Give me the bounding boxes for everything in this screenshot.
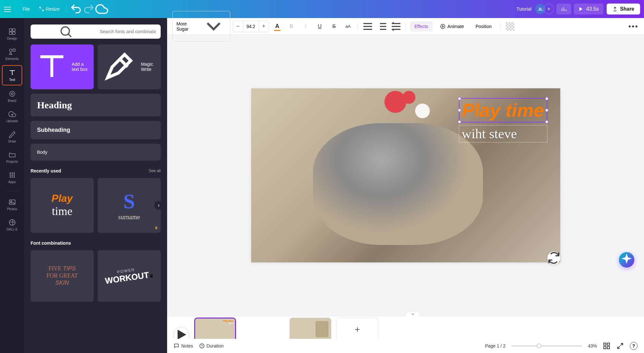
list-icon	[376, 21, 388, 32]
position-button[interactable]: Position	[471, 21, 496, 32]
duration-button[interactable]: Duration	[199, 343, 224, 349]
grid-view-button[interactable]	[603, 342, 611, 350]
sparkle-icon	[619, 252, 634, 268]
sidenav-projects[interactable]: Projects	[0, 147, 24, 167]
add-page-button[interactable]: +	[336, 318, 378, 341]
premium-icon: ♛	[155, 226, 158, 230]
thumb-surname-text: surname	[118, 213, 140, 221]
cloud-sync-button[interactable]	[95, 3, 108, 15]
alignment-button[interactable]	[362, 21, 374, 32]
animate-icon	[440, 24, 446, 29]
mini-play-text: Play time	[223, 320, 233, 322]
resize-button[interactable]: Resize	[34, 4, 64, 14]
undo-icon	[70, 3, 82, 15]
svg-point-27	[636, 25, 638, 27]
undo-button[interactable]	[70, 3, 82, 15]
font-combo-1[interactable]: FIVE TIPSFOR GREATSKIN	[31, 250, 94, 302]
play-time-text[interactable]: Play time	[459, 98, 547, 123]
body-style[interactable]: Body	[31, 144, 161, 161]
canvas[interactable]: Play time wiht steve	[251, 88, 560, 262]
add-collaborator-button[interactable]: +	[544, 4, 554, 14]
canvas-viewport[interactable]: Play time wiht steve	[167, 35, 644, 316]
recent-template-2[interactable]: S surname ♛	[98, 178, 161, 233]
zoom-slider[interactable]	[511, 345, 582, 347]
notes-button[interactable]: Notes	[174, 343, 193, 349]
redo-button[interactable]	[82, 3, 95, 15]
fullscreen-button[interactable]	[616, 342, 624, 350]
present-button[interactable]: 43.5s	[574, 4, 603, 15]
selection-handle[interactable]	[458, 109, 461, 112]
animate-button[interactable]: Animate	[435, 21, 469, 32]
hamburger-menu[interactable]	[4, 5, 12, 13]
share-icon	[612, 6, 618, 12]
zoom-percentage[interactable]: 43%	[588, 343, 597, 348]
magic-write-button[interactable]: Magic Write	[98, 44, 161, 89]
svg-point-10	[14, 172, 15, 174]
search-box[interactable]	[31, 25, 161, 39]
ai-assistant-button[interactable]	[619, 252, 634, 268]
notes-icon	[174, 343, 179, 349]
play-icon	[578, 6, 583, 12]
selection-handle[interactable]	[458, 97, 461, 100]
footer-bar: Notes Duration Page 1 / 2 43% ?	[167, 339, 644, 353]
expand-icon	[616, 342, 624, 350]
selection-handle[interactable]	[458, 120, 461, 123]
sidenav-design[interactable]: Design	[0, 24, 24, 44]
svg-rect-0	[9, 29, 12, 31]
recent-template-1[interactable]: Play time	[31, 178, 94, 233]
text-color-button[interactable]: A	[271, 21, 283, 32]
increase-size-button[interactable]: +	[259, 21, 269, 32]
subheading-style[interactable]: Subheading	[31, 121, 161, 139]
add-text-box-button[interactable]: Add a text box	[31, 44, 94, 89]
sidenav-text[interactable]: Text	[2, 65, 22, 85]
see-all-link[interactable]: See all	[149, 169, 161, 173]
decrease-size-button[interactable]: −	[233, 21, 243, 32]
collapse-timeline-button[interactable]	[406, 312, 420, 316]
font-combo-2[interactable]: POWER WORKOUT ♛	[98, 250, 161, 302]
photos-icon	[8, 198, 16, 206]
heading-style[interactable]: Heading	[31, 94, 161, 116]
design-icon	[8, 28, 16, 35]
wiht-steve-text[interactable]: wiht steve	[459, 125, 547, 142]
svg-point-12	[12, 174, 13, 176]
svg-rect-2	[9, 32, 12, 34]
file-menu[interactable]: File	[18, 4, 34, 14]
sidenav-dalle[interactable]: DALL·E	[0, 215, 24, 235]
italic-button[interactable]: I	[300, 21, 311, 32]
list-button[interactable]	[376, 21, 388, 32]
more-options-button[interactable]	[627, 21, 639, 32]
sidenav-photos[interactable]: Photos	[0, 194, 24, 215]
selection-handle[interactable]	[545, 120, 548, 123]
next-templates-button[interactable]: ›	[154, 201, 163, 210]
chart-icon	[561, 6, 567, 12]
sync-button[interactable]	[547, 251, 560, 264]
page-indicator: Page 1 / 2	[485, 343, 506, 348]
sidenav-uploads[interactable]: Uploads	[0, 106, 24, 127]
share-button[interactable]: Share	[607, 4, 640, 15]
selection-handle[interactable]	[545, 97, 548, 100]
document-title[interactable]: Tutorial	[516, 6, 531, 12]
svg-point-25	[629, 25, 631, 27]
sidenav-elements[interactable]: Elements	[0, 44, 24, 64]
uploads-icon	[8, 110, 16, 118]
spacing-button[interactable]	[390, 21, 402, 32]
selection-handle[interactable]	[545, 109, 548, 112]
effects-button[interactable]: Effects	[410, 21, 433, 32]
bold-button[interactable]: B	[286, 21, 297, 32]
underline-button[interactable]: U	[314, 21, 326, 32]
sidenav-draw[interactable]: Draw	[0, 127, 24, 147]
case-button[interactable]: aA	[342, 21, 354, 32]
transparency-button[interactable]	[504, 21, 516, 32]
sidenav-apps[interactable]: Apps	[0, 167, 24, 188]
svg-point-14	[10, 176, 11, 178]
font-size-input[interactable]	[243, 21, 259, 32]
strikethrough-button[interactable]: S	[328, 21, 340, 32]
search-input[interactable]	[100, 29, 156, 34]
insights-button[interactable]	[556, 4, 571, 15]
zoom-knob[interactable]	[537, 344, 541, 348]
sidenav-brand[interactable]: Brand	[0, 86, 24, 106]
more-icon	[627, 21, 639, 32]
resize-icon	[39, 6, 44, 12]
transparency-icon	[504, 21, 516, 32]
help-button[interactable]: ?	[630, 342, 638, 350]
